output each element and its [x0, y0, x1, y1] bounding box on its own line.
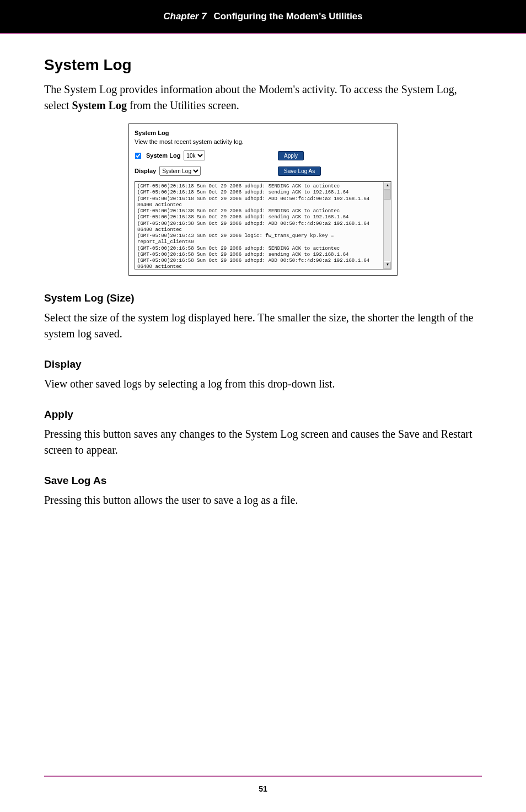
display-label: Display: [135, 168, 156, 174]
apply-button[interactable]: Apply: [278, 151, 304, 160]
chapter-header: Chapter 7 Configuring the Modem's Utilit…: [0, 0, 526, 33]
save-log-button[interactable]: Save Log As: [278, 166, 321, 176]
display-select[interactable]: System Log: [159, 166, 201, 176]
intro-paragraph: The System Log provides information abou…: [44, 82, 482, 114]
scroll-up-icon[interactable]: ▴: [384, 182, 391, 190]
sub-save-body: Pressing this button allows the user to …: [44, 492, 482, 508]
panel-title: System Log: [135, 130, 391, 136]
intro-bold: System Log: [72, 99, 127, 111]
sub-save-heading: Save Log As: [44, 475, 482, 487]
sub-size-body: Select the size of the system log displa…: [44, 310, 482, 342]
sub-apply-body: Pressing this button saves any changes t…: [44, 426, 482, 458]
sub-size-heading: System Log (Size): [44, 292, 482, 304]
scroll-thumb[interactable]: [384, 190, 391, 200]
footer-divider: [44, 776, 482, 777]
section-heading: System Log: [44, 56, 482, 74]
sub-apply-heading: Apply: [44, 408, 482, 421]
sub-display-heading: Display: [44, 358, 482, 370]
system-log-label: System Log: [146, 152, 180, 159]
panel-desc: View the most recent system activity log…: [135, 138, 391, 145]
intro-text-b: from the Utilities screen.: [127, 99, 239, 111]
system-log-panel: System Log View the most recent system a…: [128, 123, 398, 276]
log-textarea[interactable]: (GMT-05:00)20:16:18 Sun Oct 29 2006 udhc…: [135, 181, 391, 270]
log-size-select[interactable]: 10k: [184, 150, 205, 160]
scroll-down-icon[interactable]: ▾: [384, 261, 391, 269]
system-log-checkbox[interactable]: [135, 152, 142, 159]
scrollbar[interactable]: ▴ ▾: [383, 182, 391, 269]
page-number: 51: [0, 784, 526, 793]
chapter-title: Configuring the Modem's Utilities: [213, 11, 362, 21]
chapter-label: Chapter 7: [163, 11, 206, 21]
sub-display-body: View other saved logs by selecting a log…: [44, 376, 482, 392]
log-content: (GMT-05:00)20:16:18 Sun Oct 29 2006 udhc…: [135, 182, 391, 270]
